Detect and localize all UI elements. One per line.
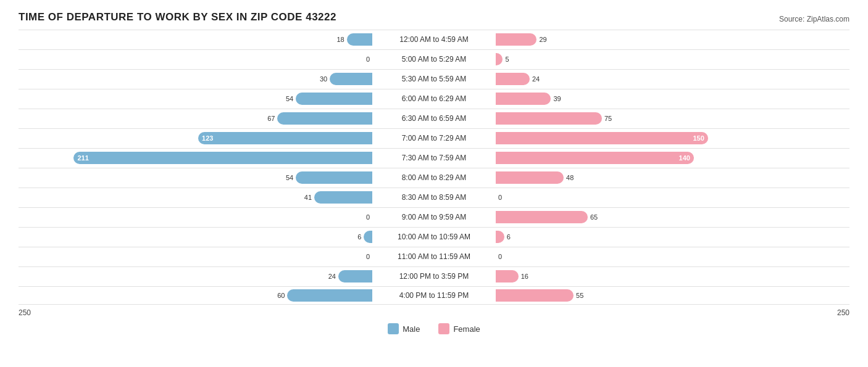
left-side: 6	[19, 228, 372, 245]
time-label: 6:00 AM to 6:29 AM	[372, 94, 496, 103]
bar-row: 41 8:30 AM to 8:59 AM 0	[19, 188, 849, 206]
bar-row: 0 9:00 AM to 9:59 AM 65	[19, 207, 849, 226]
male-value: 18	[337, 36, 344, 43]
male-bar: 67	[277, 112, 372, 125]
right-side: 150	[496, 129, 849, 147]
female-legend-label: Female	[453, 324, 480, 334]
right-side: 0	[496, 188, 849, 206]
female-value: 48	[566, 174, 574, 181]
axis-labels: 250 250	[19, 308, 849, 317]
bar-row: 24 12:00 PM to 3:59 PM 16	[19, 266, 849, 285]
female-value: 150	[693, 134, 704, 142]
female-legend-item: Female	[438, 323, 480, 334]
male-bar: 18	[347, 33, 372, 46]
left-side: 0	[19, 247, 372, 265]
right-side: 5	[496, 50, 849, 68]
time-label: 11:00 AM to 11:59 AM	[372, 252, 496, 261]
male-legend-label: Male	[403, 324, 420, 334]
right-side: 75	[496, 109, 849, 127]
female-bar: 75	[496, 112, 602, 125]
bar-row: 211 7:30 AM to 7:59 AM 140	[19, 148, 849, 167]
right-side: 16	[496, 267, 849, 285]
female-bar: 16	[496, 270, 519, 282]
bar-row: 30 5:30 AM to 5:59 AM 24	[19, 69, 849, 88]
left-side: 54	[19, 89, 372, 107]
left-side: 211	[19, 149, 372, 167]
right-axis-label: 250	[837, 308, 849, 317]
female-value: 39	[553, 95, 561, 102]
time-label: 5:30 AM to 5:59 AM	[372, 75, 496, 83]
female-value: 0	[498, 253, 502, 260]
male-legend-item: Male	[388, 323, 420, 334]
male-value: 0	[366, 56, 370, 63]
time-label: 5:00 AM to 5:29 AM	[372, 55, 496, 64]
right-side: 140	[496, 149, 849, 167]
male-value: 54	[286, 174, 293, 181]
male-value: 0	[366, 213, 370, 221]
female-bar: 5	[496, 53, 503, 65]
male-bar: 41	[314, 191, 372, 204]
legend: Male Female	[19, 323, 849, 334]
female-bar: 140	[496, 152, 694, 164]
male-bar: 211	[73, 152, 372, 164]
male-value: 211	[77, 154, 88, 162]
female-value: 140	[679, 154, 690, 162]
male-bar: 54	[296, 171, 372, 184]
time-label: 4:00 PM to 11:59 PM	[372, 291, 496, 300]
right-side: 65	[496, 208, 849, 226]
bar-row: 123 7:00 AM to 7:29 AM 150	[19, 128, 849, 147]
right-side: 6	[496, 228, 849, 245]
female-value: 75	[604, 115, 612, 122]
female-bar: 150	[496, 132, 708, 144]
left-side: 60	[19, 287, 372, 304]
male-bar: 30	[330, 73, 372, 85]
male-value: 0	[366, 253, 370, 260]
bar-row: 60 4:00 PM to 11:59 PM 55	[19, 286, 849, 305]
female-value: 16	[521, 273, 528, 280]
time-label: 12:00 AM to 4:59 AM	[372, 35, 496, 44]
right-side: 0	[496, 247, 849, 265]
right-side: 39	[496, 89, 849, 107]
male-bar: 60	[287, 289, 372, 302]
time-label: 7:30 AM to 7:59 AM	[372, 154, 496, 162]
female-value: 24	[532, 75, 540, 83]
female-value: 6	[507, 233, 511, 241]
time-label: 8:30 AM to 8:59 AM	[372, 193, 496, 202]
right-side: 55	[496, 287, 849, 304]
left-side: 18	[19, 30, 372, 48]
right-side: 48	[496, 168, 849, 186]
left-side: 41	[19, 188, 372, 206]
male-value: 24	[328, 273, 336, 280]
female-value: 0	[498, 194, 502, 201]
female-bar: 39	[496, 93, 551, 105]
male-value: 123	[202, 134, 213, 142]
female-value: 55	[576, 292, 583, 299]
left-side: 24	[19, 267, 372, 285]
bar-row: 67 6:30 AM to 6:59 AM 75	[19, 109, 849, 127]
male-value: 67	[267, 115, 275, 122]
female-value: 65	[590, 213, 598, 221]
bar-row: 0 5:00 AM to 5:29 AM 5	[19, 49, 849, 68]
right-side: 24	[496, 70, 849, 88]
left-side: 0	[19, 208, 372, 226]
bar-row: 18 12:00 AM to 4:59 AM 29	[19, 30, 849, 48]
chart-container: TIME OF DEPARTURE TO WORK BY SEX IN ZIP …	[0, 0, 868, 359]
female-bar: 29	[496, 33, 536, 46]
female-bar: 48	[496, 171, 564, 184]
bar-row: 0 11:00 AM to 11:59 AM 0	[19, 247, 849, 265]
male-value: 41	[304, 194, 312, 201]
time-label: 8:00 AM to 8:29 AM	[372, 173, 496, 182]
bar-chart: 18 12:00 AM to 4:59 AM 29 0 5:00 AM to 5…	[19, 30, 849, 305]
left-side: 123	[19, 129, 372, 147]
right-side: 29	[496, 30, 849, 48]
female-value: 5	[505, 56, 509, 63]
left-side: 67	[19, 109, 372, 127]
male-value: 30	[320, 75, 327, 83]
female-bar: 24	[496, 73, 530, 85]
male-bar: 24	[338, 270, 372, 282]
time-label: 12:00 PM to 3:59 PM	[372, 272, 496, 281]
male-legend-box	[388, 323, 399, 334]
left-side: 0	[19, 50, 372, 68]
left-side: 30	[19, 70, 372, 88]
female-bar: 6	[496, 231, 504, 243]
